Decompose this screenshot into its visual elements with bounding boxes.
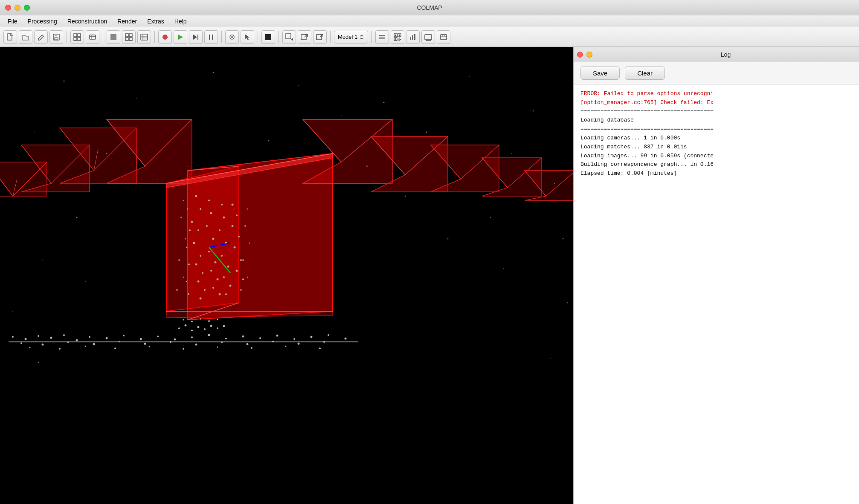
list-button[interactable] xyxy=(375,30,389,44)
log-save-button[interactable]: Save xyxy=(580,67,620,80)
svg-point-251 xyxy=(208,320,210,322)
svg-point-72 xyxy=(341,115,342,116)
play-button[interactable] xyxy=(174,30,187,44)
svg-point-164 xyxy=(229,285,232,287)
grid-button[interactable] xyxy=(122,30,136,44)
svg-point-226 xyxy=(247,343,249,345)
table-button[interactable] xyxy=(137,30,151,44)
svg-point-158 xyxy=(223,217,225,219)
log-title: Log xyxy=(596,51,856,58)
maximize-button[interactable] xyxy=(24,5,30,11)
svg-point-84 xyxy=(42,260,43,261)
skip-button[interactable] xyxy=(189,30,203,44)
svg-rect-44 xyxy=(399,35,400,36)
svg-marker-22 xyxy=(193,35,197,40)
svg-point-203 xyxy=(123,335,125,336)
edit-button[interactable] xyxy=(34,30,48,44)
svg-rect-52 xyxy=(425,35,432,40)
svg-point-184 xyxy=(183,277,184,278)
log-close-button[interactable] xyxy=(577,52,583,58)
minimize-button[interactable] xyxy=(15,5,20,11)
svg-point-156 xyxy=(219,293,221,295)
open-button[interactable] xyxy=(19,30,32,44)
svg-point-141 xyxy=(200,255,201,257)
svg-point-210 xyxy=(242,336,244,338)
svg-point-27 xyxy=(231,36,233,38)
log-line: Building correspondence graph... in 0.16 xyxy=(580,160,852,169)
add-shape[interactable] xyxy=(282,30,296,44)
svg-point-88 xyxy=(12,311,13,312)
log-min-button[interactable] xyxy=(586,52,592,58)
qr-button[interactable] xyxy=(391,30,404,44)
log-line: ======================================== xyxy=(580,107,852,116)
svg-point-178 xyxy=(186,281,187,282)
svg-rect-43 xyxy=(395,35,396,36)
svg-rect-30 xyxy=(286,34,291,39)
svg-point-205 xyxy=(157,336,159,337)
svg-rect-11 xyxy=(110,34,116,40)
sep8 xyxy=(371,31,372,43)
view3d-button[interactable] xyxy=(107,30,120,44)
svg-point-148 xyxy=(210,212,212,214)
menu-file[interactable]: File xyxy=(3,17,22,26)
sep6 xyxy=(279,31,279,43)
model-selector[interactable]: Model 1 xyxy=(334,31,368,43)
svg-point-229 xyxy=(323,341,325,343)
svg-point-191 xyxy=(240,289,242,291)
pause-button[interactable] xyxy=(204,30,218,44)
svg-point-169 xyxy=(238,236,240,238)
close-button[interactable] xyxy=(5,5,11,11)
svg-point-225 xyxy=(221,342,223,343)
log-line: ======================================== xyxy=(580,125,852,134)
svg-rect-8 xyxy=(90,35,96,39)
svg-point-189 xyxy=(242,259,244,261)
svg-point-241 xyxy=(185,324,187,327)
svg-point-91 xyxy=(503,268,504,269)
svg-point-218 xyxy=(42,344,44,346)
menu-render[interactable]: Render xyxy=(113,17,141,26)
svg-rect-12 xyxy=(125,34,128,37)
svg-point-187 xyxy=(244,225,246,227)
svg-point-247 xyxy=(223,325,225,327)
menu-reconstruction[interactable]: Reconstruction xyxy=(63,17,111,26)
render-button[interactable] xyxy=(421,30,435,44)
svg-point-172 xyxy=(236,270,238,272)
black-shape[interactable] xyxy=(261,30,275,44)
svg-point-228 xyxy=(298,343,300,345)
svg-point-231 xyxy=(59,348,61,350)
log-line: ERROR: Failed to parse options unrecogni xyxy=(580,90,852,98)
svg-rect-50 xyxy=(412,35,413,40)
snap-button[interactable] xyxy=(225,30,239,44)
svg-point-139 xyxy=(197,229,199,231)
log-clear-button[interactable]: Clear xyxy=(625,67,665,80)
new-button[interactable] xyxy=(3,30,17,44)
svg-rect-13 xyxy=(129,34,132,37)
svg-point-180 xyxy=(183,200,184,201)
export-shape[interactable] xyxy=(298,30,311,44)
svg-point-155 xyxy=(212,287,214,289)
import-button[interactable] xyxy=(70,30,84,44)
menu-extras[interactable]: Extras xyxy=(143,17,168,26)
export-button[interactable] xyxy=(86,30,99,44)
svg-rect-48 xyxy=(399,39,400,41)
svg-rect-51 xyxy=(414,34,415,40)
svg-point-246 xyxy=(217,327,218,329)
svg-point-82 xyxy=(490,217,491,218)
menu-help[interactable]: Help xyxy=(170,17,191,26)
menu-processing[interactable]: Processing xyxy=(23,17,61,26)
svg-point-182 xyxy=(185,238,186,240)
svg-point-68 xyxy=(34,132,35,133)
save-button[interactable] xyxy=(49,30,63,44)
settings-button[interactable] xyxy=(437,30,450,44)
cursor-button[interactable] xyxy=(241,30,254,44)
svg-point-221 xyxy=(119,341,120,342)
3d-viewport[interactable] xyxy=(0,47,573,504)
import-shape[interactable] xyxy=(313,30,327,44)
chart-button[interactable] xyxy=(406,30,420,44)
svg-point-198 xyxy=(50,337,52,339)
svg-point-212 xyxy=(276,335,279,337)
svg-point-150 xyxy=(212,238,215,240)
log-content[interactable]: ERROR: Failed to parse options unrecogni… xyxy=(574,84,859,504)
svg-point-173 xyxy=(242,278,244,280)
record-button[interactable] xyxy=(158,30,172,44)
